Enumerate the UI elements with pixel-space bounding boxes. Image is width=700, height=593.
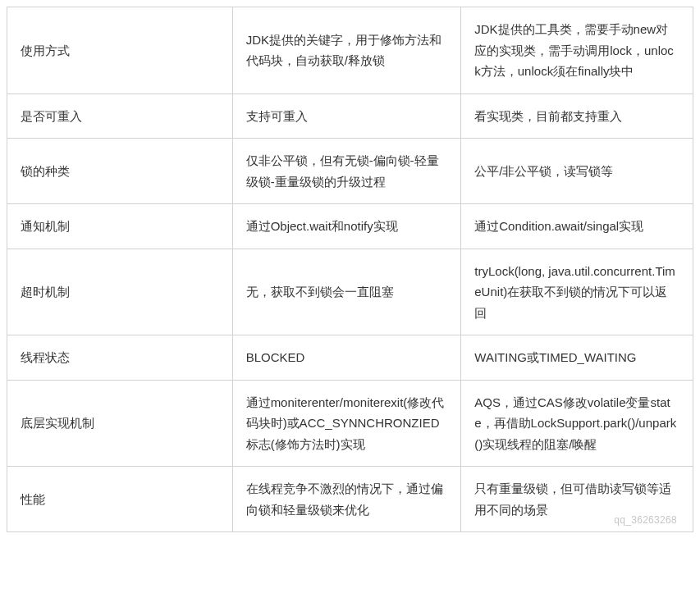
- row-label: 通知机制: [7, 204, 233, 249]
- row-col2: JDK提供的关键字，用于修饰方法和代码块，自动获取/释放锁: [232, 7, 461, 94]
- table-row: 使用方式 JDK提供的关键字，用于修饰方法和代码块，自动获取/释放锁 JDK提供…: [7, 7, 693, 94]
- row-col2: BLOCKED: [232, 335, 461, 381]
- row-col3: 通过Condition.await/singal实现: [461, 204, 693, 249]
- row-col2: 在线程竞争不激烈的情况下，通过偏向锁和轻量级锁来优化: [232, 467, 461, 532]
- comparison-table: 使用方式 JDK提供的关键字，用于修饰方法和代码块，自动获取/释放锁 JDK提供…: [7, 7, 693, 532]
- row-label: 是否可重入: [7, 94, 233, 139]
- row-col3: WAITING或TIMED_WAITING: [461, 335, 693, 381]
- row-col3: JDK提供的工具类，需要手动new对应的实现类，需手动调用lock，unlock…: [461, 7, 693, 94]
- table-row: 锁的种类 仅非公平锁，但有无锁-偏向锁-轻量级锁-重量级锁的升级过程 公平/非公…: [7, 139, 693, 204]
- table-row: 是否可重入 支持可重入 看实现类，目前都支持重入: [7, 94, 693, 139]
- row-col3: AQS，通过CAS修改volatile变量state，再借助LockSuppor…: [461, 380, 693, 467]
- row-col2: 通过moniterenter/moniterexit(修改代码块时)或ACC_S…: [232, 380, 461, 467]
- table-row: 性能 在线程竞争不激烈的情况下，通过偏向锁和轻量级锁来优化 只有重量级锁，但可借…: [7, 467, 693, 532]
- row-col3: 只有重量级锁，但可借助读写锁等适用不同的场景: [461, 467, 693, 532]
- row-col2: 通过Object.wait和notify实现: [232, 204, 461, 249]
- row-col3: tryLock(long, java.util.concurrent.TimeU…: [461, 249, 693, 335]
- row-label: 使用方式: [7, 7, 233, 94]
- row-col3: 公平/非公平锁，读写锁等: [461, 139, 693, 204]
- row-label: 线程状态: [7, 335, 233, 381]
- row-col3: 看实现类，目前都支持重入: [461, 94, 693, 139]
- table-row: 通知机制 通过Object.wait和notify实现 通过Condition.…: [7, 204, 693, 249]
- row-col2: 仅非公平锁，但有无锁-偏向锁-轻量级锁-重量级锁的升级过程: [232, 139, 461, 204]
- row-label: 锁的种类: [7, 139, 233, 204]
- row-label: 超时机制: [7, 249, 233, 335]
- table-row: 线程状态 BLOCKED WAITING或TIMED_WAITING: [7, 335, 693, 381]
- row-col2: 无，获取不到锁会一直阻塞: [232, 249, 461, 335]
- row-col2: 支持可重入: [232, 94, 461, 139]
- table-row: 超时机制 无，获取不到锁会一直阻塞 tryLock(long, java.uti…: [7, 249, 693, 335]
- comparison-table-container: 使用方式 JDK提供的关键字，用于修饰方法和代码块，自动获取/释放锁 JDK提供…: [7, 7, 693, 532]
- row-label: 底层实现机制: [7, 380, 233, 467]
- row-label: 性能: [7, 467, 233, 532]
- table-row: 底层实现机制 通过moniterenter/moniterexit(修改代码块时…: [7, 380, 693, 467]
